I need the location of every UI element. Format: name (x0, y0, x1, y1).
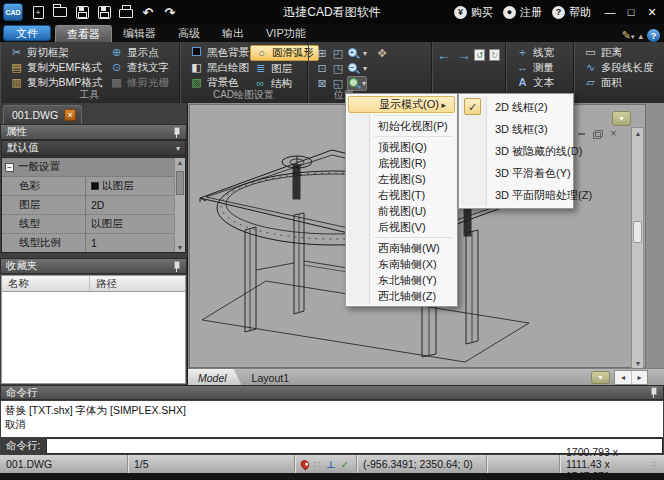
snap-pin-icon[interactable] (299, 458, 311, 470)
find-text-button[interactable]: ⊙查找文字 (106, 60, 173, 75)
zoom-out-dropdown[interactable]: ▾ (363, 64, 367, 73)
menu-item-right-view[interactable]: 右视图(T) (348, 187, 455, 203)
inner-minimize-icon[interactable] (576, 129, 587, 139)
inner-close-icon[interactable]: × (608, 129, 619, 139)
ribbon-help-button[interactable]: ? (647, 29, 660, 42)
property-row-linetype[interactable]: 线型 以图层 (2, 215, 185, 234)
menu-item-top-view[interactable]: 顶视图(Q) (348, 139, 455, 155)
tab-editor[interactable]: 编辑器 (112, 25, 167, 42)
tab-output[interactable]: 输出 (211, 25, 255, 42)
zoom-in-icon[interactable]: + (347, 47, 360, 60)
file-menu-button[interactable]: 文件 (3, 25, 51, 41)
close-button[interactable]: × (643, 4, 661, 20)
tab-chevron-button[interactable]: ▾ (591, 371, 610, 384)
text-button[interactable]: A文本 (512, 75, 558, 90)
pin-icon[interactable] (172, 261, 181, 272)
save-button[interactable] (71, 2, 93, 22)
distance-button[interactable]: ▭距离 (580, 45, 658, 60)
show-points-button[interactable]: ⊕显示点 (106, 45, 173, 60)
menu-item-sw-iso[interactable]: 西南轴侧(W) (348, 240, 455, 256)
window-copy-icon[interactable]: ⊞ (315, 47, 329, 60)
paste-window-icon[interactable]: ⊡ (315, 62, 329, 75)
draft-check-icon[interactable]: ✓ (339, 459, 350, 470)
document-tab[interactable]: 001.DWG × (3, 105, 82, 124)
scroll-down-icon[interactable]: ▼ (175, 244, 185, 251)
collapse-minus-icon[interactable]: − (5, 163, 14, 172)
register-button[interactable]: ● 注册 (503, 5, 542, 20)
pen-tool-button[interactable]: ✎▾ (622, 29, 635, 42)
tab-scroll-right-icon[interactable]: ▸ (631, 371, 647, 384)
pan-hand-icon[interactable]: ✥ (375, 47, 389, 60)
tab-vip[interactable]: VIP功能 (255, 25, 317, 42)
collapse-ribbon-button[interactable]: ▴ (638, 31, 643, 41)
buy-button[interactable]: ¥ 购买 (454, 5, 493, 20)
minimize-button[interactable]: — (601, 4, 619, 20)
scroll-up-icon[interactable]: ▲ (175, 159, 185, 166)
menu-item-nw-iso[interactable]: 西北轴侧(Z) (348, 288, 455, 304)
submenu-item-3d-flat-shading[interactable]: 3D 平面阴暗处理(Z) (461, 184, 571, 206)
pin-icon[interactable] (649, 387, 658, 398)
favorites-col-path[interactable]: 路径 (90, 276, 117, 291)
viewport-chevron-button[interactable]: ▾ (612, 111, 631, 126)
tab-scroll-left-icon[interactable]: ◂ (615, 371, 631, 384)
zoom-extents-icon[interactable]: ◳ (331, 62, 345, 75)
print-button[interactable] (115, 2, 137, 22)
scrollbar-thumb[interactable] (176, 171, 184, 195)
redo-button[interactable]: ↷ (159, 2, 181, 22)
property-row-layer[interactable]: 图层 2D (2, 196, 185, 215)
tab-advanced[interactable]: 高级 (167, 25, 211, 42)
menu-item-front-view[interactable]: 前视图(U) (348, 203, 455, 219)
menu-item-ne-iso[interactable]: 东北轴侧(Y) (348, 272, 455, 288)
open-file-button[interactable] (49, 2, 71, 22)
new-file-button[interactable]: + (27, 2, 49, 22)
tab-viewer[interactable]: 查看器 (55, 25, 112, 42)
scroll-up-icon[interactable]: ▲ (633, 130, 643, 137)
property-group-row[interactable]: − 一般设置 (2, 158, 185, 177)
line-width-button[interactable]: ÷线宽 (512, 45, 558, 60)
grid-toggle-icon[interactable]: ∷ (312, 459, 323, 470)
resize-grip[interactable]: ∷ (652, 460, 658, 469)
menu-item-display-mode[interactable]: 显示模式(O) ▸ (348, 96, 455, 113)
menu-item-se-iso[interactable]: 东南轴侧(X) (348, 256, 455, 272)
property-grid-scrollbar[interactable]: ▲ ▼ (174, 158, 185, 252)
submenu-item-3d-smooth-shading[interactable]: 3D 平滑着色(Y) (461, 162, 571, 184)
property-row-color[interactable]: 色彩 以图层 (2, 177, 185, 196)
property-row-ltscale[interactable]: 线型比例 1 (2, 234, 185, 253)
menu-item-left-view[interactable]: 左视图(S) (348, 171, 455, 187)
tab-layout1[interactable]: Layout1 (242, 369, 303, 385)
scroll-down-icon[interactable]: ▼ (633, 360, 643, 367)
forward-arrow-icon[interactable]: → (454, 47, 474, 63)
help-button[interactable]: ? 帮助 (552, 5, 591, 20)
polyline-length-button[interactable]: ∿多段线长度 (580, 60, 658, 75)
pin-icon[interactable] (172, 127, 181, 138)
zoom-window-icon[interactable]: ◰ (331, 47, 345, 60)
favorites-col-name[interactable]: 名称 (2, 276, 90, 291)
bw-draw-button[interactable]: ◧黑白绘图 (186, 60, 248, 75)
cut-frame-button[interactable]: ✂剪切框架 (6, 45, 104, 60)
menu-item-back-view[interactable]: 后视图(V) (348, 219, 455, 235)
inner-restore-icon[interactable] (592, 129, 603, 139)
zoom-out-icon[interactable]: − (347, 62, 360, 75)
copy-emf-button[interactable]: ▤复制为EMF格式 (6, 60, 104, 75)
vertical-scrollbar[interactable]: ▲ ▼ (631, 127, 644, 370)
submenu-item-3d-hidden-lines[interactable]: 3D 被隐藏的线(D) (461, 140, 571, 162)
maximize-button[interactable]: □ (622, 4, 640, 20)
back-arrow-icon[interactable]: ← (434, 47, 454, 63)
save-as-button[interactable] (93, 2, 115, 22)
preset-dropdown[interactable]: 默认值 ▾ (1, 140, 186, 156)
black-bg-button[interactable]: 黑色背景 (186, 45, 248, 60)
submenu-item-3d-wireframe[interactable]: 3D 线框(3) (461, 118, 571, 140)
ortho-toggle-icon[interactable]: ⊥ (326, 459, 337, 470)
tab-model[interactable]: Model (188, 369, 242, 385)
scrollbar-thumb[interactable] (633, 221, 642, 243)
undo-button[interactable]: ↶ (137, 2, 159, 22)
area-button[interactable]: ▱面积 (580, 75, 658, 90)
favorites-list[interactable] (1, 292, 186, 384)
zoom-in-dropdown[interactable]: ▾ (363, 49, 367, 58)
submenu-item-2d-wireframe[interactable]: ✓ 2D 线框(2) (461, 96, 571, 118)
measure-button[interactable]: ↔测量 (512, 60, 558, 75)
page-undo-icon[interactable]: ↺ (474, 49, 485, 61)
menu-item-init-view[interactable]: 初始化视图(P) (348, 118, 455, 134)
menu-item-bottom-view[interactable]: 底视图(R) (348, 155, 455, 171)
document-tab-close-icon[interactable]: × (64, 109, 76, 121)
